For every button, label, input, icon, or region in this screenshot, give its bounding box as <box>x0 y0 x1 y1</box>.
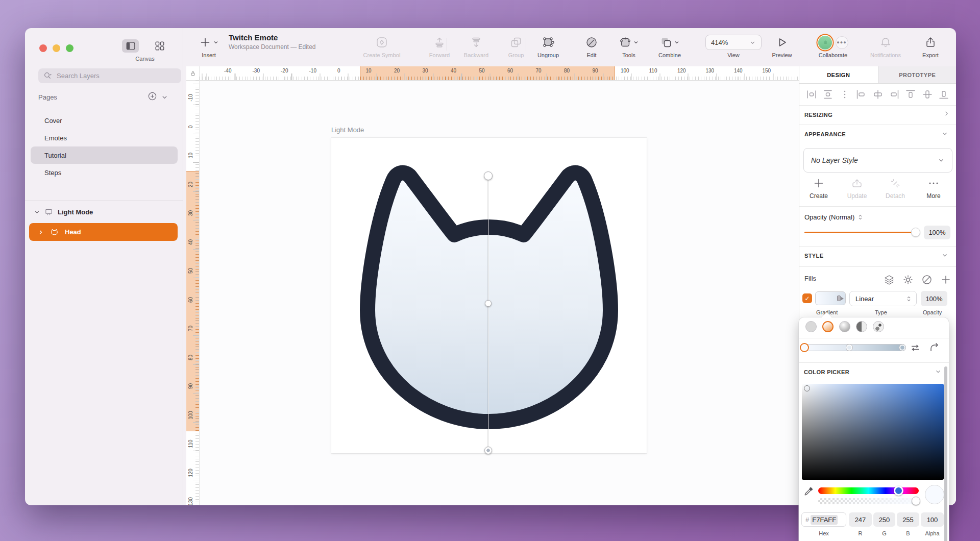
bend-gradient-button[interactable] <box>928 341 941 354</box>
zoom-window-button[interactable] <box>66 44 74 52</box>
popover-scrollbar[interactable] <box>944 366 947 541</box>
v-ruler-label: 130 <box>188 494 193 506</box>
page-label: Emotes <box>44 134 67 142</box>
canvas-view-toggle[interactable] <box>122 39 139 53</box>
gradient-stop-3[interactable] <box>899 344 906 351</box>
toolbar-item-view[interactable]: 414%View <box>705 34 762 58</box>
layer-style-select[interactable]: No Layer Style <box>803 148 952 173</box>
saturation-brightness-area[interactable] <box>802 384 944 480</box>
sidebar-item-light-mode[interactable]: Light Mode <box>25 203 183 220</box>
color-picker-collapse-button[interactable] <box>935 368 942 375</box>
fill-opacity-field[interactable]: 100% <box>921 291 947 306</box>
align-left-icon[interactable] <box>855 88 867 101</box>
v-ruler-label: 70 <box>188 321 193 336</box>
alignment-toolbar <box>802 84 953 105</box>
alpha-slider[interactable] <box>818 498 919 504</box>
add-page-button[interactable] <box>148 91 157 101</box>
flip-gradient-button[interactable] <box>909 341 921 354</box>
appearance-header: APPEARANCE <box>804 131 846 137</box>
alpha-slider-handle[interactable] <box>912 497 920 505</box>
move-backward-icon <box>470 34 482 51</box>
tab-prototype[interactable]: PROTOTYPE <box>878 66 957 83</box>
red-field[interactable]: 247 <box>849 512 872 527</box>
flat-color-type-icon[interactable] <box>805 321 817 332</box>
close-window-button[interactable] <box>39 44 47 52</box>
toolbar-item-collaborate[interactable]: ●●●Collaborate <box>805 34 861 58</box>
distribute-horizontal-icon[interactable] <box>805 88 818 101</box>
collaborator-avatar[interactable] <box>818 36 832 50</box>
eyedropper-button[interactable] <box>803 486 814 497</box>
alpha-field[interactable]: 100 <box>921 512 944 527</box>
canvas-viewport[interactable]: -40-30-20-100102030405060708090100110120… <box>186 66 799 505</box>
opacity-slider-knob[interactable] <box>911 228 920 237</box>
current-color-well <box>925 485 944 504</box>
zoom-level-select[interactable]: 414% <box>705 35 762 50</box>
hex-field[interactable]: # F7FAFF <box>801 512 846 527</box>
artboard-icon <box>44 208 53 216</box>
toolbar-item-insert[interactable]: Insert <box>181 34 237 58</box>
angular-gradient-type-icon[interactable] <box>856 321 867 332</box>
gradient-type-select[interactable]: Linear <box>849 291 917 306</box>
knockout-icon[interactable] <box>921 274 933 286</box>
fill-gradient-swatch[interactable] <box>815 291 846 305</box>
presets-icon[interactable] <box>883 274 895 286</box>
sidebar-section-divider <box>25 201 183 201</box>
minimize-window-button[interactable] <box>53 44 60 52</box>
resizing-expand-button[interactable] <box>943 110 950 117</box>
toolbar-item-preview[interactable]: Preview <box>754 34 810 58</box>
linear-gradient-type-icon[interactable] <box>822 321 834 332</box>
add-fill-icon[interactable] <box>940 274 952 286</box>
more-style-button[interactable]: More <box>914 178 953 200</box>
tab-design[interactable]: DESIGN <box>799 66 878 83</box>
color-mode-icon <box>837 296 841 301</box>
distribute-vertical-icon[interactable] <box>822 88 834 101</box>
hue-slider[interactable] <box>818 487 919 494</box>
opacity-value-field[interactable]: 100% <box>924 226 950 239</box>
align-top-icon[interactable] <box>904 88 917 101</box>
artboard-title[interactable]: Light Mode <box>331 126 364 134</box>
gradient-end-handle[interactable] <box>484 447 492 454</box>
sidebar-page-cover[interactable]: Cover <box>31 112 178 129</box>
fill-enabled-checkbox[interactable]: ✓ <box>802 293 812 303</box>
stepper-icon[interactable] <box>857 214 864 220</box>
align-bottom-icon[interactable] <box>938 88 950 101</box>
cat-head-shape[interactable] <box>352 157 626 436</box>
collaborate-more-button[interactable]: ●●● <box>836 36 848 49</box>
opacity-slider-track[interactable] <box>804 232 917 233</box>
play-icon <box>776 34 788 51</box>
toolbar-item-export[interactable]: Export <box>902 34 956 58</box>
document-subtitle: Workspace Document — Edited <box>229 43 316 51</box>
create-style-button[interactable]: Create <box>799 178 838 200</box>
green-field[interactable]: 250 <box>873 512 895 527</box>
style-collapse-button[interactable] <box>941 252 948 259</box>
gradient-stop-2[interactable] <box>846 344 853 351</box>
sidebar-page-emotes[interactable]: Emotes <box>31 129 178 146</box>
search-input[interactable] <box>56 71 158 80</box>
gradient-stop-1-selected[interactable] <box>800 343 809 352</box>
color-selection-ring[interactable] <box>804 385 810 391</box>
grid-view-toggle[interactable] <box>151 39 168 53</box>
blue-field[interactable]: 255 <box>897 512 919 527</box>
toolbar-item-combine[interactable]: Combine <box>642 34 698 58</box>
search-layers-field[interactable] <box>38 68 181 83</box>
appearance-collapse-button[interactable] <box>941 130 948 137</box>
sidebar-item-head-layer[interactable]: Head <box>29 223 178 241</box>
pages-header: Pages <box>38 93 57 101</box>
gradient-stops-bar[interactable] <box>803 344 905 351</box>
gradient-middle-handle[interactable] <box>485 300 492 307</box>
align-right-icon[interactable] <box>888 88 900 101</box>
settings-gear-icon[interactable] <box>902 274 914 286</box>
align-middle-vertical-icon[interactable] <box>921 88 934 101</box>
align-center-horizontal-icon[interactable] <box>872 88 884 101</box>
sidebar-page-steps[interactable]: Steps <box>31 164 178 181</box>
green-label: G <box>873 530 895 536</box>
sidebar-page-tutorial[interactable]: Tutorial <box>31 146 178 164</box>
gradient-start-handle[interactable] <box>484 171 493 180</box>
toolbar-item-label: Preview <box>772 52 792 58</box>
chevron-right-icon <box>943 110 950 117</box>
image-fill-type-icon[interactable] <box>873 321 884 332</box>
alpha-label: Alpha <box>921 530 944 536</box>
hue-slider-handle[interactable] <box>894 486 903 496</box>
radial-gradient-type-icon[interactable] <box>839 321 850 332</box>
collapse-pages-button[interactable] <box>161 93 168 101</box>
